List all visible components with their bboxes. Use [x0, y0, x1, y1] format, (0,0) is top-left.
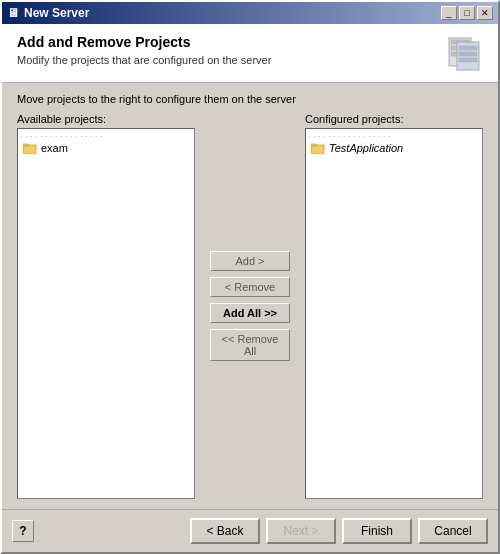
folder-icon [23, 142, 37, 154]
svg-rect-9 [23, 144, 28, 146]
instruction-text: Move projects to the right to configure … [17, 93, 483, 105]
add-all-button[interactable]: Add All >> [210, 303, 290, 323]
content-area: Move projects to the right to configure … [2, 83, 498, 509]
title-bar: 🖥 New Server _ □ ✕ [2, 2, 498, 24]
svg-rect-11 [311, 144, 316, 146]
new-server-window: 🖥 New Server _ □ ✕ Add and Remove Projec… [0, 0, 500, 554]
svg-rect-7 [459, 58, 477, 62]
page-title: Add and Remove Projects [17, 34, 271, 50]
middle-buttons: Add > < Remove Add All >> << Remove All [205, 113, 295, 499]
dotted-separator: · · · · · · · · · · · · · · · · · [308, 131, 480, 141]
window-title: New Server [24, 6, 89, 20]
finish-button[interactable]: Finish [342, 518, 412, 544]
back-button[interactable]: < Back [190, 518, 260, 544]
svg-rect-5 [459, 46, 477, 50]
footer-left: ? [12, 520, 34, 542]
server-icon [445, 36, 481, 72]
help-button[interactable]: ? [12, 520, 34, 542]
header-text: Add and Remove Projects Modify the proje… [17, 34, 271, 66]
list-item[interactable]: exam [20, 141, 192, 155]
maximize-button[interactable]: □ [459, 6, 475, 20]
footer: ? < Back Next > Finish Cancel [2, 509, 498, 552]
available-panel: Available projects: · · · · · · · · · · … [17, 113, 195, 499]
configured-item-name: TestApplication [329, 142, 403, 154]
cancel-button[interactable]: Cancel [418, 518, 488, 544]
panels-row: Available projects: · · · · · · · · · · … [17, 113, 483, 499]
header-area: Add and Remove Projects Modify the proje… [2, 24, 498, 83]
configured-panel-label: Configured projects: [305, 113, 483, 125]
header-icon-container [443, 34, 483, 74]
close-button[interactable]: ✕ [477, 6, 493, 20]
title-bar-left: 🖥 New Server [7, 6, 89, 20]
add-button[interactable]: Add > [210, 251, 290, 271]
next-button[interactable]: Next > [266, 518, 336, 544]
folder-icon [311, 142, 325, 154]
configured-projects-list[interactable]: · · · · · · · · · · · · · · · · · TestAp… [305, 128, 483, 499]
available-projects-list[interactable]: · · · · · · · · · · · · · · · · · exam [17, 128, 195, 499]
available-panel-label: Available projects: [17, 113, 195, 125]
footer-right: < Back Next > Finish Cancel [190, 518, 488, 544]
dotted-separator: · · · · · · · · · · · · · · · · · [20, 131, 192, 141]
remove-all-button[interactable]: << Remove All [210, 329, 290, 361]
page-subtitle: Modify the projects that are configured … [17, 54, 271, 66]
window-icon: 🖥 [7, 6, 19, 20]
configured-panel: Configured projects: · · · · · · · · · ·… [305, 113, 483, 499]
minimize-button[interactable]: _ [441, 6, 457, 20]
list-item[interactable]: TestApplication [308, 141, 480, 155]
available-item-name: exam [41, 142, 68, 154]
remove-button[interactable]: < Remove [210, 277, 290, 297]
title-bar-buttons: _ □ ✕ [441, 6, 493, 20]
svg-rect-6 [459, 52, 477, 56]
